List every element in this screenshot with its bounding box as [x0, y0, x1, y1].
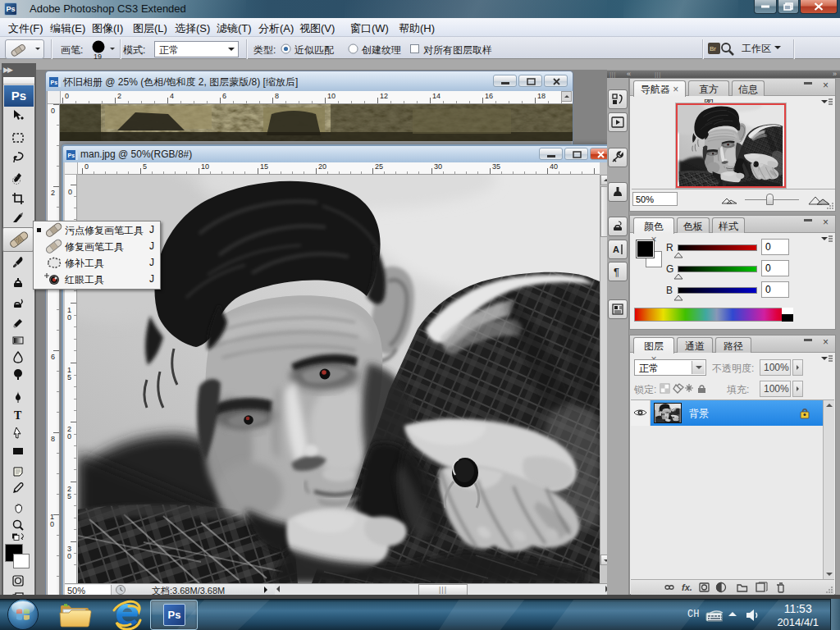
svg-text:5: 5 — [143, 162, 147, 171]
svg-text:fx.: fx. — [682, 582, 692, 592]
svg-text:35: 35 — [492, 162, 500, 171]
svg-text:Br: Br — [710, 45, 716, 52]
svg-text:6: 6 — [222, 92, 226, 100]
svg-text:12: 12 — [380, 92, 388, 100]
svg-text:8: 8 — [51, 435, 55, 443]
svg-text:10: 10 — [201, 162, 209, 171]
svg-text:0: 0 — [84, 162, 89, 171]
svg-text:6: 6 — [51, 353, 55, 361]
svg-text:T: T — [14, 409, 22, 422]
svg-text:A: A — [613, 244, 619, 254]
svg-text:5: 5 — [67, 373, 71, 381]
svg-text:Ps: Ps — [51, 80, 58, 85]
svg-text:20: 20 — [318, 162, 326, 171]
svg-text:2: 2 — [117, 92, 121, 100]
svg-text:¶: ¶ — [614, 266, 619, 278]
svg-text:5: 5 — [67, 492, 71, 500]
svg-text:10: 10 — [327, 92, 336, 100]
svg-text:0: 0 — [67, 432, 71, 441]
svg-text:18: 18 — [537, 92, 546, 100]
svg-text:0: 0 — [50, 520, 54, 528]
svg-text:16: 16 — [485, 92, 493, 100]
svg-text:Ps: Ps — [68, 153, 75, 158]
svg-text:0: 0 — [51, 107, 55, 115]
svg-text:2: 2 — [51, 189, 55, 197]
svg-text:15: 15 — [260, 162, 268, 171]
svg-text:14: 14 — [432, 92, 441, 100]
svg-text:0: 0 — [67, 552, 71, 560]
svg-text:25: 25 — [375, 162, 383, 171]
svg-text:0: 0 — [68, 188, 72, 196]
svg-text:0: 0 — [67, 313, 71, 322]
svg-text:4: 4 — [170, 92, 174, 100]
svg-text:0: 0 — [65, 92, 69, 100]
svg-text:30: 30 — [434, 162, 442, 171]
svg-text:8: 8 — [275, 92, 279, 100]
svg-text:40: 40 — [550, 162, 558, 171]
